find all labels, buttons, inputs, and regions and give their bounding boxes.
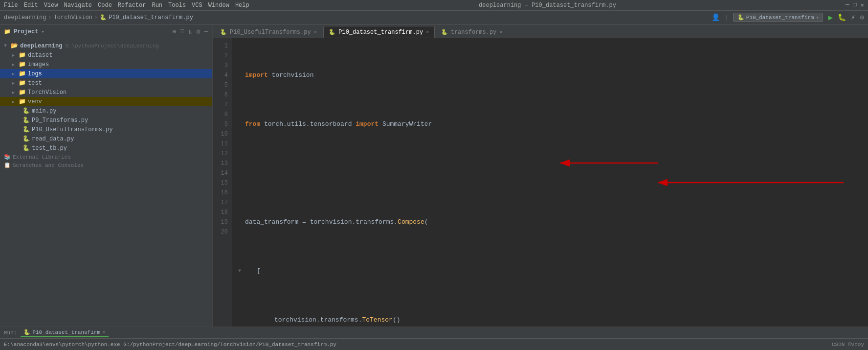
folder-deeplearning-icon: 📂: [11, 42, 18, 49]
menu-file[interactable]: File: [4, 2, 18, 9]
settings-icon2[interactable]: ⚙: [196, 27, 200, 36]
tree-label-logs: logs: [28, 70, 42, 77]
tree-path-deeplearning: G:\pythonProject\deepLearning: [65, 43, 158, 49]
tab-transforms-label: transforms.py: [451, 29, 497, 36]
file-mainpy-icon: 🐍: [22, 107, 30, 115]
tab-transforms[interactable]: 🐍 transforms.py ×: [436, 26, 508, 38]
tab-p10useful-close[interactable]: ×: [314, 29, 317, 35]
folder-venv-icon: 📁: [19, 98, 26, 105]
editor-area: 🐍 P10_UsefulTransforms.py × 🐍 P10_datase…: [213, 24, 868, 327]
run-config-icon: 🐍: [737, 14, 744, 21]
breadcrumb-current-file[interactable]: 🐍 P10_dataset_transfirm.py: [100, 14, 193, 21]
breadcrumb-root[interactable]: deeplearning: [4, 14, 46, 21]
project-tree: ▼ 📂 deepLearning G:\pythonProject\deepLe…: [0, 39, 212, 327]
tree-label-test: test: [28, 80, 42, 87]
tree-item-torchvision[interactable]: ▶ 📁 TorchVision: [0, 88, 212, 97]
code-editor[interactable]: 1 2 3 4 5 6 7 8 9 10 11 12 13 14 15 16 1…: [213, 38, 868, 327]
menu-help[interactable]: Help: [235, 2, 249, 9]
menu-navigate[interactable]: Navigate: [64, 2, 92, 9]
tree-label-torchvision: TorchVision: [28, 89, 67, 96]
maximize-btn[interactable]: □: [853, 1, 857, 9]
run-btn[interactable]: ▶: [828, 13, 833, 23]
close-btn[interactable]: ✕: [861, 1, 864, 9]
folder-images-icon: 📁: [19, 61, 26, 68]
code-line-3: [238, 168, 862, 178]
tree-label-p10useful: P10_UsefulTransforms.py: [32, 126, 113, 133]
menu-tools[interactable]: Tools: [168, 2, 186, 9]
tree-item-p10useful[interactable]: ▶ 🐍 P10_UsefulTransforms.py: [0, 125, 212, 134]
dropdown-arrow: ▾: [816, 15, 819, 21]
tree-label-mainpy: main.py: [32, 108, 56, 115]
collapse-all-icon[interactable]: ≡: [180, 27, 184, 36]
profile-btn[interactable]: ⚡: [851, 13, 855, 22]
toolbar-separator: |: [725, 14, 728, 21]
user-icon[interactable]: 👤: [712, 13, 720, 22]
tree-arrow-images: ▶: [12, 62, 18, 68]
menu-refactor[interactable]: Refactor: [118, 2, 146, 9]
tree-item-mainpy[interactable]: ▶ 🐍 main.py: [0, 106, 212, 116]
run-config-dropdown[interactable]: 🐍 P10_dataset_transfirm ▾: [733, 13, 823, 22]
tree-item-test[interactable]: ▶ 📁 test: [0, 78, 212, 88]
settings-icon[interactable]: ⚙: [860, 13, 864, 22]
tree-item-deeplearning[interactable]: ▼ 📂 deepLearning G:\pythonProject\deepLe…: [0, 41, 212, 50]
tree-item-external-libs[interactable]: 📚 External Libraries: [0, 153, 212, 161]
code-line-4: data_transform = torchvision.transforms.…: [238, 217, 862, 227]
tab-transforms-icon: 🐍: [441, 29, 448, 35]
tab-p10dataset[interactable]: 🐍 P10_dataset_transfirm.py ×: [323, 26, 434, 38]
external-libs-icon: 📚: [4, 154, 11, 160]
status-csdn: CSDN ©vcoy: [832, 342, 864, 348]
menu-code[interactable]: Code: [98, 2, 112, 9]
folder-torchvision-icon: 📁: [19, 89, 26, 96]
tree-label-venv: venv: [28, 98, 42, 105]
menu-window[interactable]: Window: [208, 2, 229, 9]
tree-label-dataset: dataset: [28, 52, 52, 59]
tab-p10dataset-close[interactable]: ×: [426, 29, 429, 35]
menu-view[interactable]: View: [44, 2, 58, 9]
breadcrumb-torchvision[interactable]: TorchVision: [54, 14, 92, 21]
status-left-text: E:\anaconda3\envs\pytorch\python.exe G:/…: [4, 342, 336, 348]
run-tab-p10[interactable]: 🐍 P10_dataset_transfirm ×: [21, 328, 108, 337]
top-right-toolbar: 👤 | 🐍 P10_dataset_transfirm ▾ ▶ 🐛 ⚡ ⚙: [712, 13, 864, 23]
tree-item-dataset[interactable]: ▶ 📁 dataset: [0, 50, 212, 60]
sidebar-title: 📁 Project ▾: [4, 28, 44, 35]
file-p10useful-icon: 🐍: [22, 126, 30, 133]
code-line-6: torchvision.transforms.ToTensor(): [238, 315, 862, 325]
tree-item-p9transforms[interactable]: ▶ 🐍 P9_Transforms.py: [0, 116, 212, 125]
title-bar: File Edit View Navigate Code Refactor Ru…: [0, 0, 868, 11]
scratches-label: Scratches and Consoles: [13, 163, 84, 168]
folder-dataset-icon: 📁: [19, 51, 26, 59]
tree-item-scratches[interactable]: 📋 Scratches and Consoles: [0, 161, 212, 169]
run-config-name: P10_dataset_transfirm: [746, 15, 814, 21]
menu-vcs[interactable]: VCS: [192, 2, 202, 9]
sidebar-header: 📁 Project ▾ ⊕ ≡ ⇅ ⚙ —: [0, 24, 212, 39]
close-sidebar-icon[interactable]: —: [204, 27, 208, 36]
tree-item-logs[interactable]: ▶ 📁 logs: [0, 69, 212, 78]
tree-label-testtb: test_tb.py: [32, 145, 67, 152]
tab-p10dataset-icon: 🐍: [329, 29, 335, 35]
external-libs-label: External Libraries: [13, 154, 71, 160]
project-dropdown-arrow[interactable]: ▾: [41, 29, 44, 35]
tree-item-testtb[interactable]: ▶ 🐍 test_tb.py: [0, 143, 212, 153]
tab-transforms-close[interactable]: ×: [499, 29, 503, 35]
tab-p10useful[interactable]: 🐍 P10_UsefulTransforms.py ×: [215, 26, 322, 38]
code-line-1: import torchvision: [238, 70, 862, 80]
add-icon[interactable]: ⊕: [172, 27, 176, 36]
code-content[interactable]: import torchvision from torch.utils.tens…: [232, 38, 868, 327]
minimize-btn[interactable]: ─: [846, 1, 849, 9]
tree-item-images[interactable]: ▶ 📁 images: [0, 60, 212, 69]
sidebar: 📁 Project ▾ ⊕ ≡ ⇅ ⚙ — ▼ 📂 deepLearning G…: [0, 24, 213, 327]
menu-edit[interactable]: Edit: [24, 2, 38, 9]
sort-icon[interactable]: ⇅: [188, 27, 192, 36]
tree-item-readdata[interactable]: ▶ 🐍 read_data.py: [0, 134, 212, 143]
tree-item-venv[interactable]: ▶ 📁 venv: [0, 97, 212, 106]
folder-logs-icon: 📁: [19, 70, 26, 77]
debug-btn[interactable]: 🐛: [838, 13, 846, 22]
run-tab-close[interactable]: ×: [102, 329, 106, 335]
breadcrumb-bar: deeplearning › TorchVision › 🐍 P10_datas…: [0, 11, 868, 24]
tree-arrow-venv: ▶: [12, 99, 18, 105]
code-line-5: ▼ [: [238, 266, 862, 276]
tree-arrow-torchvision: ▶: [12, 90, 18, 95]
tree-arrow-deeplearning: ▼: [4, 43, 10, 48]
menu-run[interactable]: Run: [152, 2, 162, 9]
scratches-icon: 📋: [4, 162, 11, 168]
